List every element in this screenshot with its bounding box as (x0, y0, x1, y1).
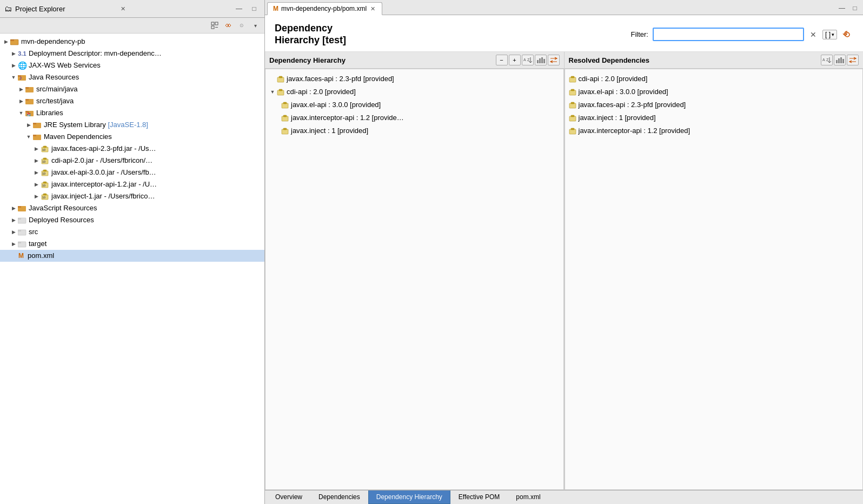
expand-arrow[interactable]: ▶ (17, 84, 25, 95)
resolved-dep-item-0[interactable]: cdi-api : 2.0 [provided] (567, 72, 861, 85)
svg-rect-70 (569, 103, 576, 108)
dep-tree-item-0[interactable]: javax.faces-api : 2.3-pfd [provided] (268, 72, 561, 85)
link-icon (224, 22, 232, 29)
bar-chart-btn[interactable] (535, 55, 547, 65)
svg-rect-47 (539, 58, 541, 63)
svg-rect-53 (279, 89, 282, 91)
link-btn-r[interactable] (847, 55, 859, 65)
tree-item-jar3[interactable]: ▶ 10 javax.el-api-3.0.0.jar - /Users/fb… (0, 167, 264, 178)
editor-tab-bar: M mvn-dependency-pb/pom.xml ✕ — □ (265, 0, 863, 15)
resolved-dep-item-3[interactable]: javax.inject : 1 [provided] (567, 111, 861, 124)
expand-arrow[interactable]: ▶ (32, 155, 40, 166)
tree-label: src (29, 227, 38, 237)
svg-rect-54 (282, 103, 288, 108)
resolved-dep-item-4[interactable]: javax.interceptor-api : 1.2 [provided] (567, 124, 861, 137)
tree-item-jar2[interactable]: ▶ 10 cdi-api-2.0.jar - /Users/fbricon/… (0, 155, 264, 167)
expand-arrow[interactable]: ▶ (10, 203, 17, 214)
dep-tree-item-1[interactable]: ▼ cdi-api : 2.0 [provided] (268, 85, 561, 98)
dep-tree-item-4[interactable]: javax.inject : 1 [provided] (268, 124, 561, 137)
tree-item-src-main[interactable]: ▶ src/main/java (0, 83, 264, 95)
tree-item-jre[interactable]: ▶ JRE System Library [JavaSE-1.8] (0, 119, 264, 131)
bottom-tab-bar: Overview Dependencies Dependency Hierarc… (265, 490, 863, 504)
expand-arrow-cdi[interactable]: ▼ (269, 87, 276, 97)
editor-tab-pom[interactable]: M mvn-dependency-pb/pom.xml ✕ (267, 2, 382, 15)
svg-rect-52 (277, 90, 284, 95)
sort-az-btn[interactable]: A Z (522, 55, 534, 65)
tab-dep-hierarchy-label: Dependency Hierarchy (376, 493, 442, 501)
resolved-dep-item-2[interactable]: javax.faces-api : 2.3-pfd [provided] (567, 98, 861, 111)
collapse-btn[interactable]: − (496, 55, 508, 65)
dropdown-button[interactable]: ▾ (249, 19, 261, 31)
close-icon[interactable]: ✕ (121, 5, 125, 12)
expand-arrow[interactable]: ▶ (17, 96, 25, 107)
tree-item-pomxml[interactable]: M pom.xml (0, 250, 264, 262)
tab-dep-hierarchy[interactable]: Dependency Hierarchy (368, 490, 450, 504)
tree-item-java-resources[interactable]: ▼ J Java Resources (0, 71, 264, 83)
expand-arrow[interactable]: ▶ (32, 167, 40, 178)
collapse-all-button[interactable] (209, 19, 221, 31)
minimize-button[interactable]: — (233, 3, 245, 15)
expand-arrow-root[interactable]: ▶ (2, 36, 10, 47)
resolved-dep-label-4: javax.interceptor-api : 1.2 [provided] (579, 125, 691, 136)
tree-item-deploy-desc[interactable]: ▶ 3.1 Deployment Descriptor: mvn-depende… (0, 48, 264, 59)
tree-item-jar4[interactable]: ▶ 10 javax.interceptor-api-1.2.jar - /U… (0, 178, 264, 190)
link-arrows-icon (549, 56, 558, 64)
sort-az-btn-r[interactable]: A Z (821, 55, 833, 65)
dep-tree-item-2[interactable]: javax.el-api : 3.0.0 [provided] (268, 98, 561, 111)
editor-header-buttons: — □ (836, 2, 863, 15)
dep-item-label-2: javax.el-api : 3.0.0 [provided] (291, 100, 381, 110)
expand-arrow[interactable]: ▶ (10, 227, 17, 237)
tab-effective-pom[interactable]: Effective POM (450, 490, 508, 504)
expand-arrow[interactable]: ▶ (10, 60, 17, 71)
svg-rect-13 (25, 99, 29, 101)
svg-rect-48 (541, 57, 543, 63)
filter-clear-button[interactable]: ✕ (808, 30, 818, 39)
tree-item-jaxws[interactable]: ▶ 🌐 JAX-WS Web Services (0, 59, 264, 71)
expand-arrow-java[interactable]: ▼ (10, 72, 17, 83)
expand-arrow[interactable]: ▶ (32, 191, 40, 202)
svg-rect-37 (18, 206, 21, 208)
expand-arrow[interactable]: ▶ (25, 120, 32, 130)
resolved-deps-tree: cdi-api : 2.0 [provided] javax.el-api : … (565, 69, 864, 490)
resolved-dep-item-1[interactable]: javax.el-api : 3.0.0 [provided] (567, 85, 861, 98)
tree-item-jar5[interactable]: ▶ 10 javax.inject-1.jar - /Users/fbrico… (0, 190, 264, 202)
resolved-deps-col-header: Resolved Dependencies A Z (565, 52, 864, 69)
dep-tree-item-3[interactable]: javax.interceptor-api : 1.2 [provide… (268, 111, 561, 124)
project-tree: ▶ mvn-dependency-pb ▶ 3.1 Deployment Des… (0, 34, 264, 504)
expand-btn[interactable]: + (509, 55, 521, 65)
tree-item-maven-deps[interactable]: ▼ Maven Dependencies (0, 131, 264, 143)
expand-arrow-libs[interactable]: ▼ (17, 108, 25, 118)
tree-item-deployed[interactable]: ▶ Deployed Resources (0, 214, 264, 226)
tree-item-js-resources[interactable]: ▶ JavaScript Resources (0, 202, 264, 214)
tree-item-src[interactable]: ▶ src (0, 226, 264, 238)
link-editor-button[interactable] (222, 19, 234, 31)
tab-close-button[interactable]: ✕ (369, 5, 376, 12)
tree-item-target[interactable]: ▶ target (0, 238, 264, 250)
bar-chart-btn-r[interactable] (834, 55, 846, 65)
expand-arrow-maven[interactable]: ▼ (25, 131, 32, 142)
view-menu-button[interactable]: ⊙ (236, 19, 248, 31)
editor-minimize-button[interactable]: — (836, 2, 848, 14)
tree-item-libraries[interactable]: ▼ 📚 Libraries (0, 107, 264, 119)
expand-arrow[interactable]: ▶ (32, 179, 40, 190)
libraries-icon: 📚 (25, 109, 35, 117)
tree-item-jar1[interactable]: ▶ 10 javax.faces-api-2.3-pfd.jar - /Us… (0, 143, 264, 155)
filter-input[interactable] (653, 28, 804, 41)
filter-brackets-button[interactable]: [ ] ▾ (822, 30, 837, 39)
expand-arrow[interactable]: ▶ (10, 48, 17, 59)
expand-arrow[interactable]: ▶ (32, 143, 40, 154)
tab-pom-xml[interactable]: pom.xml (508, 490, 548, 504)
expand-arrow[interactable]: ▶ (10, 238, 17, 249)
tree-item-root[interactable]: ▶ mvn-dependency-pb (0, 36, 264, 48)
filter-config-button[interactable] (841, 29, 853, 41)
editor-maximize-button[interactable]: □ (849, 2, 861, 14)
tree-item-src-test[interactable]: ▶ src/test/java (0, 95, 264, 107)
tab-dependencies[interactable]: Dependencies (310, 490, 368, 504)
tab-overview[interactable]: Overview (267, 490, 310, 504)
dropdown-icon: ▾ (254, 23, 257, 29)
maximize-button[interactable]: □ (248, 3, 260, 15)
tree-label: src/main/java (36, 84, 78, 95)
java-resources-icon: J (17, 73, 27, 82)
expand-arrow[interactable]: ▶ (10, 215, 17, 226)
link-btn[interactable] (548, 55, 560, 65)
